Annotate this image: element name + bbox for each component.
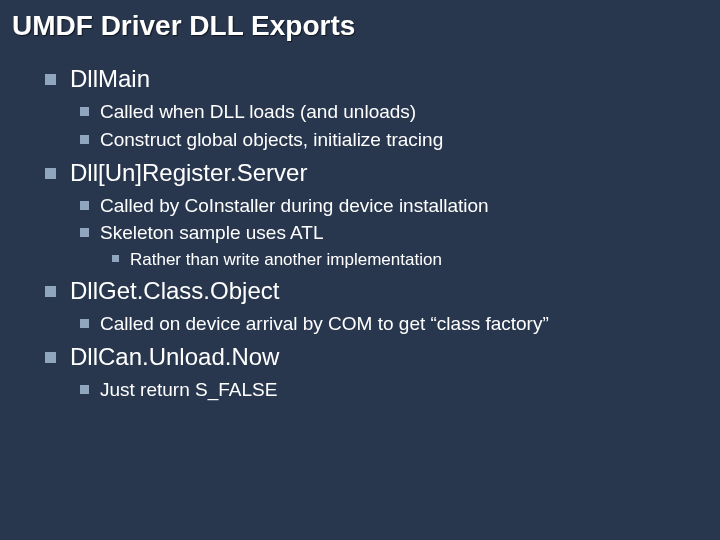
- list-item: Skeleton sample uses ATL Rather than wri…: [70, 221, 720, 270]
- list-item: Dll[Un]Register.Server Called by CoInsta…: [0, 158, 720, 271]
- item-label: Called by CoInstaller during device inst…: [100, 195, 489, 216]
- list-item: Rather than write another implementation: [100, 249, 720, 270]
- item-label: Just return S_FALSE: [100, 379, 277, 400]
- list-item: DllGet.Class.Object Called on device arr…: [0, 276, 720, 336]
- bullet-list-level-2: Called when DLL loads (and unloads) Cons…: [70, 100, 720, 152]
- list-item: Called by CoInstaller during device inst…: [70, 194, 720, 218]
- bullet-list-level-2: Just return S_FALSE: [70, 378, 720, 402]
- bullet-list-level-2: Called by CoInstaller during device inst…: [70, 194, 720, 271]
- list-item: DllMain Called when DLL loads (and unloa…: [0, 64, 720, 152]
- list-item: Called when DLL loads (and unloads): [70, 100, 720, 124]
- bullet-list-level-2: Called on device arrival by COM to get “…: [70, 312, 720, 336]
- item-label: Rather than write another implementation: [130, 250, 442, 269]
- bullet-list-level-1: DllMain Called when DLL loads (and unloa…: [0, 64, 720, 402]
- slide-title: UMDF Driver DLL Exports: [12, 10, 720, 42]
- item-label: Dll[Un]Register.Server: [70, 159, 307, 186]
- item-label: Called when DLL loads (and unloads): [100, 101, 416, 122]
- item-label: DllMain: [70, 65, 150, 92]
- item-label: Skeleton sample uses ATL: [100, 222, 324, 243]
- list-item: DllCan.Unload.Now Just return S_FALSE: [0, 342, 720, 402]
- item-label: DllGet.Class.Object: [70, 277, 279, 304]
- list-item: Just return S_FALSE: [70, 378, 720, 402]
- item-label: DllCan.Unload.Now: [70, 343, 279, 370]
- item-label: Construct global objects, initialize tra…: [100, 129, 443, 150]
- slide: UMDF Driver DLL Exports DllMain Called w…: [0, 0, 720, 540]
- list-item: Called on device arrival by COM to get “…: [70, 312, 720, 336]
- item-label: Called on device arrival by COM to get “…: [100, 313, 549, 334]
- bullet-list-level-3: Rather than write another implementation: [100, 249, 720, 270]
- list-item: Construct global objects, initialize tra…: [70, 128, 720, 152]
